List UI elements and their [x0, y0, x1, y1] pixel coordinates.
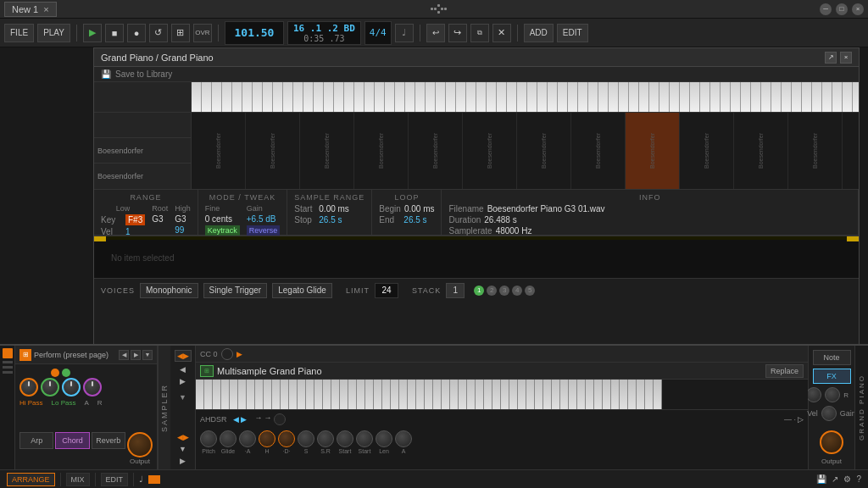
piano-white-key[interactable]: [283, 82, 293, 112]
hipass-dot[interactable]: [51, 369, 59, 377]
piano-white-key[interactable]: [242, 82, 253, 112]
piano-white-key[interactable]: [537, 82, 548, 112]
piano-white-key[interactable]: [548, 82, 558, 112]
sample-tile[interactable]: Boesendorfer: [626, 113, 680, 189]
piano-white-key[interactable]: [700, 82, 710, 112]
ctrl-left-arrow[interactable]: ◀: [180, 365, 186, 374]
lopass-knob[interactable]: [41, 378, 59, 396]
piano-white-key[interactable]: [629, 82, 639, 112]
piano-white-key[interactable]: [303, 82, 314, 112]
channel-icon[interactable]: [3, 348, 13, 358]
piano-white-key[interactable]: [659, 82, 670, 112]
mini-piano-white-key[interactable]: [314, 380, 323, 409]
mini-piano-white-key[interactable]: [374, 380, 382, 409]
mini-piano-white-key[interactable]: [255, 380, 264, 409]
mini-piano-white-key[interactable]: [509, 380, 518, 409]
piano-white-key[interactable]: [354, 82, 364, 112]
tab-new1[interactable]: New 1 ×: [4, 2, 57, 17]
piano-white-key[interactable]: [588, 82, 598, 112]
file-button[interactable]: FILE: [4, 24, 34, 42]
mini-piano-white-key[interactable]: [213, 380, 221, 409]
stack-dot-4[interactable]: 4: [512, 286, 522, 296]
panel-next-button[interactable]: ▶: [131, 350, 141, 360]
piano-white-key[interactable]: [578, 82, 588, 112]
piano-white-key[interactable]: [222, 82, 232, 112]
save-to-library-label[interactable]: Save to Library: [115, 69, 172, 79]
mini-piano-white-key[interactable]: [399, 380, 408, 409]
mini-piano-white-key[interactable]: [382, 380, 391, 409]
piano-white-key[interactable]: [344, 82, 354, 112]
arp-button[interactable]: Arp: [19, 432, 53, 449]
mini-piano-white-key[interactable]: [298, 380, 306, 409]
piano-white-key[interactable]: [202, 82, 212, 112]
mini-piano-white-key[interactable]: [272, 380, 281, 409]
mini-piano-white-key[interactable]: [230, 380, 238, 409]
stack-value[interactable]: 1: [446, 283, 465, 298]
piano-white-key[interactable]: [558, 82, 568, 112]
ahdsr-arrow2[interactable]: →: [264, 413, 272, 425]
cc0-arrow[interactable]: ▶: [236, 350, 242, 358]
ctrl-play-arrow[interactable]: ◀▶: [177, 433, 189, 441]
piano-white-key[interactable]: [263, 82, 273, 112]
mini-piano-white-key[interactable]: [416, 380, 425, 409]
mini-piano-white-key[interactable]: [221, 380, 230, 409]
key-root-value[interactable]: G3: [152, 214, 163, 224]
mini-piano-white-key[interactable]: [331, 380, 340, 409]
piano-white-key[interactable]: [192, 82, 202, 112]
mini-piano-white-key[interactable]: [543, 380, 552, 409]
piano-white-key[interactable]: [609, 82, 619, 112]
maximize-button[interactable]: □: [836, 3, 848, 15]
mini-piano-white-key[interactable]: [484, 380, 492, 409]
ctrl-arrow-up[interactable]: ◀▶: [175, 350, 192, 362]
sample-tile[interactable]: Boesendorfer: [571, 113, 626, 189]
record-button[interactable]: ●: [127, 24, 146, 42]
piano-white-key[interactable]: [436, 82, 446, 112]
pitch-knob[interactable]: [200, 430, 217, 447]
mini-piano-white-key[interactable]: [637, 380, 645, 409]
sampler-mode-icon[interactable]: ⊞: [200, 365, 214, 377]
piano-white-key[interactable]: [771, 82, 782, 112]
monophonic-button[interactable]: Monophonic: [140, 283, 198, 298]
mini-piano-white-key[interactable]: [425, 380, 433, 409]
piano-white-key[interactable]: [253, 82, 263, 112]
l-knob[interactable]: [806, 387, 821, 402]
overdub-button[interactable]: OVR: [193, 24, 212, 42]
mini-piano-white-key[interactable]: [264, 380, 272, 409]
sample-tile[interactable]: Boesendorfer: [192, 113, 246, 189]
ctrl-down-arrow[interactable]: ▼: [179, 393, 186, 402]
piano-white-key[interactable]: [232, 82, 242, 112]
panel-prev-button[interactable]: ◀: [119, 350, 129, 360]
piano-white-key[interactable]: [212, 82, 222, 112]
mini-piano-white-key[interactable]: [408, 380, 416, 409]
start1-knob[interactable]: [337, 430, 353, 447]
ctrl-right-arrow[interactable]: ▶: [180, 377, 186, 385]
ahdsr-next[interactable]: ▶: [241, 415, 247, 424]
mini-piano-white-key[interactable]: [433, 380, 442, 409]
loop-begin-value[interactable]: 0.00 ms: [404, 204, 435, 214]
sampler-close-button[interactable]: ×: [840, 52, 852, 64]
gain-value[interactable]: +6.5 dB: [247, 214, 276, 224]
limit-input[interactable]: [375, 283, 398, 298]
piano-white-key[interactable]: [405, 82, 415, 112]
vel-high-value[interactable]: 99: [175, 225, 184, 235]
ahdsr-prev[interactable]: ◀: [233, 415, 239, 424]
mini-piano-white-key[interactable]: [577, 380, 586, 409]
mini-piano-white-key[interactable]: [569, 380, 577, 409]
vel-knob[interactable]: [821, 406, 837, 421]
sample-tile[interactable]: Boesendorfer: [680, 113, 734, 189]
mini-piano-white-key[interactable]: [289, 380, 298, 409]
piano-white-key[interactable]: [364, 82, 375, 112]
settings-icon[interactable]: [3, 371, 13, 374]
mini-piano-white-key[interactable]: [560, 380, 569, 409]
replace-button[interactable]: Replace: [765, 364, 804, 378]
r-knob-right[interactable]: [825, 387, 840, 402]
piano-white-key[interactable]: [273, 82, 283, 112]
a-knob[interactable]: [62, 378, 81, 396]
piano-white-key[interactable]: [721, 82, 731, 112]
piano-white-key[interactable]: [497, 82, 507, 112]
settings-bottom-icon[interactable]: ⚙: [843, 474, 851, 484]
piano-white-key[interactable]: [832, 82, 843, 112]
ctrl-expand-arrow[interactable]: ▶: [180, 457, 186, 465]
piano-white-key[interactable]: [517, 82, 527, 112]
piano-white-key[interactable]: [792, 82, 802, 112]
